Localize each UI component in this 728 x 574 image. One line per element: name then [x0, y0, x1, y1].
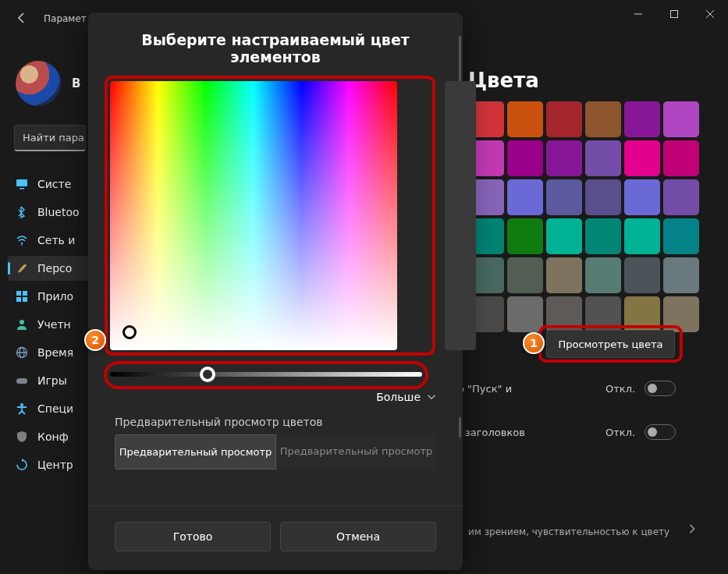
color-swatch[interactable]	[507, 218, 543, 254]
color-swatch[interactable]	[546, 179, 582, 215]
color-preview-strip	[445, 81, 476, 350]
window-title: Парамет	[44, 13, 87, 24]
sidebar-item-2[interactable]: Сеть и	[8, 228, 94, 253]
back-button[interactable]	[16, 12, 30, 26]
svg-rect-7	[16, 297, 21, 302]
avatar[interactable]	[16, 61, 61, 106]
sidebar-item-label: Персо	[37, 262, 72, 275]
sidebar-item-8[interactable]: Специ	[8, 396, 94, 421]
sidebar-item-label: Систе	[37, 178, 71, 190]
color-swatch[interactable]	[624, 101, 660, 137]
view-colors-button[interactable]: Просмотреть цвета	[546, 330, 675, 358]
toggle2-state: Откл.	[605, 427, 635, 438]
color-swatch[interactable]	[624, 257, 660, 293]
color-swatch[interactable]	[624, 179, 660, 215]
sidebar-item-label: Учетн	[37, 318, 71, 331]
color-swatch[interactable]	[663, 257, 699, 293]
color-swatch[interactable]	[663, 140, 699, 176]
sidebar-item-9[interactable]: Конф	[8, 424, 94, 449]
brush-icon	[16, 262, 28, 275]
toggle1-switch[interactable]	[645, 381, 676, 396]
user-name: В	[72, 76, 80, 90]
footnote-text: им зрением, чувствительностью к цвету	[468, 526, 669, 537]
sidebar-item-10[interactable]: Центр	[8, 452, 94, 477]
sidebar-item-label: Специ	[37, 402, 73, 415]
svg-rect-1	[671, 11, 678, 18]
color-swatch[interactable]	[585, 296, 621, 332]
color-swatch[interactable]	[546, 296, 582, 332]
color-swatch[interactable]	[624, 296, 660, 332]
svg-rect-5	[16, 291, 21, 296]
bluetooth-icon	[16, 206, 28, 218]
page-title: Цвета	[468, 69, 539, 92]
value-slider-thumb[interactable]	[200, 367, 215, 382]
value-slider[interactable]	[110, 372, 422, 377]
color-swatch[interactable]	[585, 101, 621, 137]
sidebar-item-0[interactable]: Систе	[8, 172, 94, 197]
toggle2-label: в заголовков	[456, 427, 596, 438]
color-field-cursor[interactable]	[123, 325, 137, 339]
ok-button[interactable]: Готово	[115, 522, 271, 551]
color-swatch[interactable]	[585, 218, 621, 254]
svg-rect-8	[23, 297, 27, 302]
color-swatch[interactable]	[507, 179, 543, 215]
search-input[interactable]: Найти пара	[14, 125, 86, 151]
person-icon	[16, 318, 28, 331]
sidebar-item-7[interactable]: Игры	[8, 368, 94, 393]
color-swatch[interactable]	[585, 140, 621, 176]
sidebar-item-label: Сеть и	[37, 234, 75, 246]
toggle1-state: Откл.	[605, 383, 635, 395]
close-button[interactable]	[692, 0, 728, 28]
update-icon	[16, 459, 28, 471]
annotation-bubble-2: 2	[84, 329, 106, 351]
more-button[interactable]: Больше	[115, 391, 436, 403]
color-swatch[interactable]	[507, 296, 543, 332]
sidebar-item-label: Центр	[37, 459, 73, 471]
sidebar-item-label: Конф	[37, 430, 69, 443]
color-swatch[interactable]	[546, 101, 582, 137]
sidebar-item-label: Bluetoo	[37, 206, 80, 218]
color-swatch[interactable]	[546, 140, 582, 176]
color-swatch[interactable]	[507, 101, 543, 137]
color-swatch[interactable]	[624, 140, 660, 176]
sidebar-item-label: Прило	[37, 290, 73, 303]
color-swatch[interactable]	[663, 218, 699, 254]
sidebar-item-5[interactable]: Учетн	[8, 312, 94, 337]
color-swatch[interactable]	[585, 179, 621, 215]
svg-rect-6	[23, 291, 27, 296]
dialog-title: Выберите настраиваемый цвет элементов	[88, 12, 463, 81]
color-swatch[interactable]	[663, 101, 699, 137]
preview-heading: Предварительный просмотр цветов	[115, 416, 436, 428]
color-swatch[interactable]	[585, 257, 621, 293]
toggle2-switch[interactable]	[645, 424, 676, 440]
color-swatch[interactable]	[507, 140, 543, 176]
globe-icon	[16, 346, 28, 359]
maximize-button[interactable]	[656, 0, 692, 28]
cancel-button[interactable]: Отмена	[280, 522, 436, 551]
svg-point-14	[20, 403, 23, 406]
preview-tab-2[interactable]: Предварительный просмотр	[276, 434, 436, 469]
svg-rect-13	[16, 378, 27, 384]
color-picker-dialog: Выберите настраиваемый цвет элементов Бо…	[88, 12, 463, 570]
minimize-button[interactable]	[620, 0, 656, 28]
color-swatch[interactable]	[507, 257, 543, 293]
chevron-down-icon	[427, 392, 436, 402]
sidebar-item-3[interactable]: Персо	[8, 256, 94, 281]
color-swatch[interactable]	[546, 257, 582, 293]
dialog-scrollbar-lower[interactable]	[459, 417, 461, 438]
preview-tab-1[interactable]: Предварительный просмотр	[115, 434, 276, 469]
toggle1-label: ю "Пуск" и	[456, 383, 596, 395]
color-swatch[interactable]	[663, 296, 699, 332]
gamepad-icon	[16, 374, 28, 387]
sidebar-item-1[interactable]: Bluetoo	[8, 200, 94, 225]
svg-rect-2	[16, 179, 27, 186]
sidebar-item-6[interactable]: Время	[8, 340, 94, 365]
color-swatch[interactable]	[624, 218, 660, 254]
apps-icon	[16, 290, 28, 303]
sidebar-item-4[interactable]: Прило	[8, 284, 94, 309]
chevron-right-icon[interactable]	[687, 523, 698, 537]
color-swatch[interactable]	[663, 179, 699, 215]
color-field[interactable]	[110, 81, 397, 350]
sidebar-item-label: Игры	[37, 374, 67, 387]
color-swatch[interactable]	[546, 218, 582, 254]
